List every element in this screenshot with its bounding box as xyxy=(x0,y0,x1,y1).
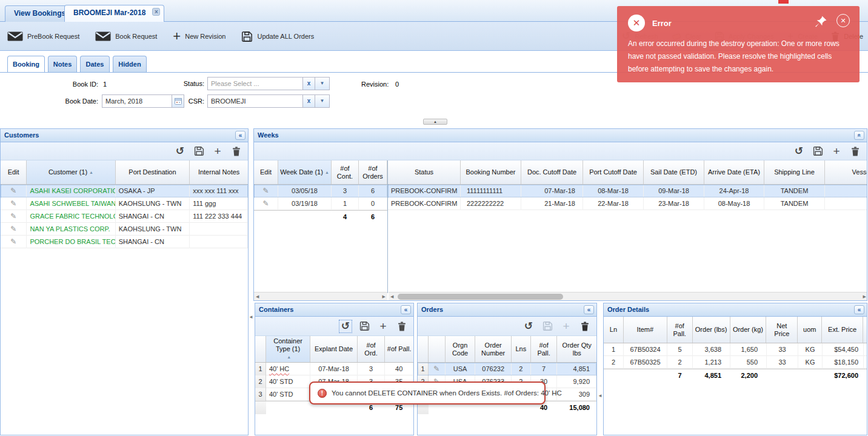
column-header[interactable]: #of Pall. xyxy=(385,336,413,362)
vertical-splitter[interactable]: ◄ xyxy=(597,303,603,436)
column-header[interactable]: Edit xyxy=(254,160,278,184)
column-header[interactable]: Ext. Price xyxy=(822,317,863,343)
chevron-down-icon[interactable]: ▼ xyxy=(315,95,329,107)
edit-pencil-icon[interactable]: ✎ xyxy=(433,365,439,373)
column-header[interactable]: Shipping Line xyxy=(764,160,825,184)
refresh-icon[interactable]: ↺ xyxy=(523,321,534,332)
column-header[interactable]: Internal Notes xyxy=(190,160,248,184)
column-header[interactable]: Ln xyxy=(604,317,624,343)
refresh-icon[interactable]: ↺ xyxy=(340,321,351,332)
save-icon[interactable] xyxy=(542,321,553,332)
column-header[interactable]: #of Orders xyxy=(359,160,387,184)
edit-pencil-icon[interactable]: ✎ xyxy=(10,212,16,220)
collapse-left-icon[interactable]: « xyxy=(401,305,411,314)
tab-booking[interactable]: Booking xyxy=(7,56,45,72)
column-header[interactable]: uom xyxy=(798,317,822,343)
table-row[interactable]: ✎ NAN YA PLASTICS CORP. KAOHSLUNG - TWN xyxy=(1,223,248,236)
collapse-left-icon[interactable]: « xyxy=(235,131,245,140)
status-combo[interactable]: Please Select ... x ▼ xyxy=(207,77,330,90)
save-icon[interactable] xyxy=(193,146,204,157)
column-header[interactable]: Net Price xyxy=(766,317,798,343)
pin-icon[interactable] xyxy=(813,15,828,29)
column-header[interactable]: #of Pall. xyxy=(531,336,558,362)
scrollbar-thumb[interactable] xyxy=(398,294,563,300)
tab-hidden[interactable]: Hidden xyxy=(113,56,147,72)
csr-combo[interactable]: BROOMEJI x ▼ xyxy=(207,94,330,108)
prebook-request-button[interactable]: PreBook Request xyxy=(7,31,79,41)
table-row[interactable]: ✎ ASAHI SCHWEBEL TAIWAN... KAOHSLUNG - T… xyxy=(1,197,248,210)
column-header[interactable]: Container Type (1)▲ xyxy=(266,336,310,362)
column-header[interactable]: Item# xyxy=(624,317,667,343)
column-header[interactable]: Booking Number xyxy=(461,160,521,184)
edit-pencil-icon[interactable]: ✎ xyxy=(10,199,16,208)
add-icon[interactable]: + xyxy=(561,321,572,332)
tab-broomeji-mar-2018[interactable]: BROOMEJI Mar-2018 × xyxy=(64,5,164,22)
table-row[interactable]: 1 ✎ USA 076232 2 7 4,851 xyxy=(418,363,596,375)
collapse-left-icon[interactable]: « xyxy=(854,305,864,314)
table-row[interactable]: ✎ GRACE FABRIC TECHNOLO... SHANGAI - CN … xyxy=(1,210,248,223)
column-header[interactable]: #of Cont. xyxy=(332,160,359,184)
locked-h-scrollbar[interactable]: ◀ ▶ xyxy=(254,292,387,300)
clear-field-icon[interactable]: x xyxy=(302,95,315,107)
refresh-icon[interactable]: ↺ xyxy=(793,146,804,157)
splitter-collapse-icon[interactable]: ◄ xyxy=(249,309,253,326)
trash-icon[interactable] xyxy=(231,146,242,157)
column-header[interactable]: Order (lbs) xyxy=(693,317,730,343)
add-icon[interactable]: + xyxy=(378,321,389,332)
tab-dates[interactable]: Dates xyxy=(80,56,110,72)
scroll-right-icon[interactable]: ▶ xyxy=(382,294,386,299)
tab-notes[interactable]: Notes xyxy=(48,56,77,72)
book-request-button[interactable]: Book Request xyxy=(95,31,157,41)
close-icon[interactable]: ✕ xyxy=(836,14,850,27)
update-all-orders-button[interactable]: Update ALL Orders xyxy=(241,31,314,42)
scroll-right-icon[interactable]: ▶ xyxy=(863,294,866,299)
refresh-icon[interactable]: ↺ xyxy=(175,146,185,157)
column-header[interactable]: Port Destination xyxy=(116,160,190,184)
add-icon[interactable]: + xyxy=(831,146,842,157)
new-revision-button[interactable]: + New Revision xyxy=(173,28,225,44)
clear-field-icon[interactable]: x xyxy=(302,78,315,90)
splitter-collapse-icon[interactable]: ◄ xyxy=(598,388,603,405)
vertical-splitter[interactable]: ◄ xyxy=(249,128,253,436)
collapse-left-icon[interactable]: « xyxy=(584,305,594,314)
column-header[interactable]: Explant Date xyxy=(310,336,357,362)
add-icon[interactable]: + xyxy=(212,146,223,157)
column-header[interactable]: Order Qty lbs xyxy=(557,336,596,362)
tab-close-icon[interactable]: × xyxy=(152,8,160,16)
table-row[interactable]: ✎ 03/05/18 3 6 xyxy=(254,185,387,197)
trash-icon[interactable] xyxy=(850,146,861,157)
column-header[interactable]: #of Pall. xyxy=(667,317,693,343)
scroll-left-icon[interactable]: ◀ xyxy=(390,294,393,299)
scroll-left-icon[interactable]: ◀ xyxy=(256,294,259,299)
collapse-up-icon[interactable]: « xyxy=(854,131,864,140)
column-header[interactable]: Status xyxy=(388,160,461,184)
edit-pencil-icon[interactable]: ✎ xyxy=(262,199,269,208)
edit-pencil-icon[interactable]: ✎ xyxy=(10,225,16,233)
column-header[interactable]: Vessel Name xyxy=(825,160,867,184)
column-header[interactable]: Order Number xyxy=(475,336,512,362)
table-row[interactable]: ✎ PORCHER DO BRASIL TEC.... SHANGAI - CN xyxy=(1,236,248,248)
weeks-h-scrollbar[interactable]: ◀ ▶ xyxy=(389,292,867,300)
edit-pencil-icon[interactable]: ✎ xyxy=(262,187,269,195)
edit-pencil-icon[interactable]: ✎ xyxy=(10,187,16,195)
table-row[interactable]: 2 67B50325 2 1,213 550 33 KG $18,150 xyxy=(604,356,867,369)
column-header[interactable]: Arrive Date (ETA) xyxy=(704,160,764,184)
column-header[interactable]: Port Cutoff Date xyxy=(583,160,644,184)
column-header[interactable]: Customer (1)▲ xyxy=(27,160,115,184)
column-header[interactable]: Order (kg) xyxy=(730,317,767,343)
column-header[interactable]: Orgn Code xyxy=(446,336,476,362)
table-row[interactable]: 1 67B50324 5 3,638 1,650 33 KG $54,450 xyxy=(604,343,867,356)
table-row[interactable]: ✎ 03/19/18 1 0 xyxy=(254,197,387,210)
book-date-field[interactable]: March, 2018 xyxy=(102,94,184,108)
calendar-icon[interactable] xyxy=(172,95,184,107)
trash-icon[interactable] xyxy=(579,321,590,332)
chevron-down-icon[interactable]: ▼ xyxy=(315,78,329,90)
column-header[interactable]: Lns xyxy=(512,336,531,362)
column-header[interactable]: Sail Date (ETD) xyxy=(644,160,704,184)
table-row[interactable]: 1 40' HC 07-Mar-18 3 40 xyxy=(255,363,413,375)
trash-icon[interactable] xyxy=(396,321,407,332)
column-header[interactable]: Edit xyxy=(1,160,27,184)
table-row[interactable]: ✎ ASAHI KASEI CORPORATION OSAKA - JP xxx… xyxy=(1,185,248,197)
save-icon[interactable] xyxy=(812,146,823,157)
column-header[interactable]: #of Ord. xyxy=(358,336,386,362)
